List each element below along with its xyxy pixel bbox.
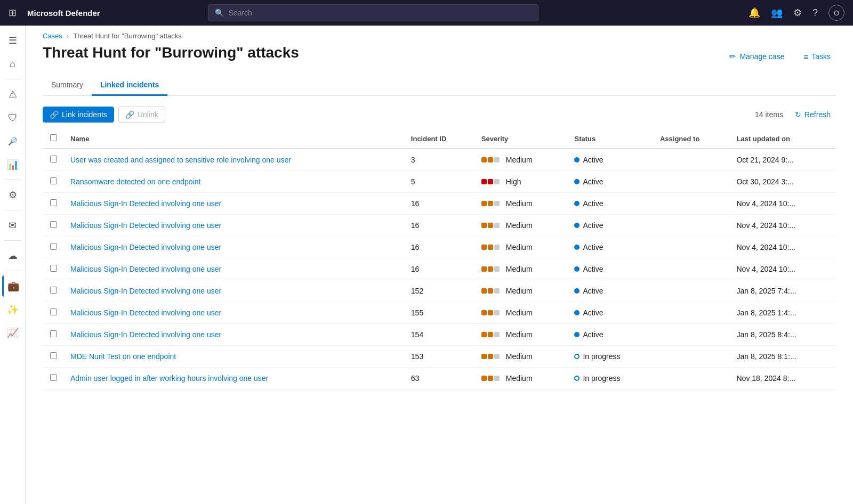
row-checkbox-cell[interactable] xyxy=(43,237,64,258)
settings2-icon: ⚙ xyxy=(9,189,17,201)
refresh-button[interactable]: ↻ Refresh xyxy=(790,107,836,122)
row-checkbox[interactable] xyxy=(50,265,57,272)
row-status: Active xyxy=(568,215,654,237)
row-checkbox-cell[interactable] xyxy=(43,280,64,302)
severity-dots xyxy=(481,288,500,294)
row-name[interactable]: User was created and assigned to sensiti… xyxy=(64,149,405,171)
table-row: Ransomware detected on one endpoint5High… xyxy=(43,171,836,193)
status-dot xyxy=(574,332,580,337)
chart-icon: 📈 xyxy=(7,327,19,339)
severity-label: Medium xyxy=(506,352,533,361)
notifications-icon[interactable]: 🔔 xyxy=(749,7,760,19)
row-checkbox[interactable] xyxy=(50,221,57,228)
sidebar-item-incidents[interactable]: ⚠ xyxy=(2,84,23,105)
search-box[interactable]: 🔍 xyxy=(208,4,538,21)
row-checkbox[interactable] xyxy=(50,352,57,359)
tasks-button[interactable]: ≡ Tasks xyxy=(798,49,836,64)
brand-label: Microsoft Defender xyxy=(27,9,100,18)
severity-dots xyxy=(481,179,500,184)
row-checkbox[interactable] xyxy=(50,308,57,315)
row-checkbox-cell[interactable] xyxy=(43,193,64,215)
breadcrumb-cases-link[interactable]: Cases xyxy=(43,32,62,40)
row-name[interactable]: Malicious Sign-In Detected involving one… xyxy=(64,193,405,215)
tab-linked-incidents[interactable]: Linked incidents xyxy=(92,75,167,96)
row-checkbox[interactable] xyxy=(50,243,57,250)
row-checkbox[interactable] xyxy=(50,287,57,294)
sidebar-item-home[interactable]: ⌂ xyxy=(2,53,23,75)
sidebar-item-cases[interactable]: 💼 xyxy=(2,275,23,297)
row-name[interactable]: Malicious Sign-In Detected involving one… xyxy=(64,215,405,237)
contacts-icon[interactable]: 👥 xyxy=(771,7,783,19)
row-incident-id: 16 xyxy=(405,237,475,258)
sidebar-item-menu[interactable]: ☰ xyxy=(2,30,23,51)
hunt-icon: 🔎 xyxy=(8,137,17,145)
col-name[interactable]: Name xyxy=(64,129,405,149)
sidebar-item-hunt[interactable]: 🔎 xyxy=(2,131,23,152)
row-name[interactable]: Malicious Sign-In Detected involving one… xyxy=(64,280,405,302)
sidebar-item-reports[interactable]: 📊 xyxy=(2,154,23,175)
table-row: Malicious Sign-In Detected involving one… xyxy=(43,215,836,237)
col-incident-id[interactable]: Incident ID xyxy=(405,129,475,149)
unlink-button[interactable]: 🔗 Unlink xyxy=(118,107,165,123)
col-assigned-to[interactable]: Assigned to xyxy=(654,129,730,149)
row-name[interactable]: Malicious Sign-In Detected involving one… xyxy=(64,302,405,324)
link-incidents-button[interactable]: 🔗 Link incidents xyxy=(43,107,114,123)
row-checkbox-cell[interactable] xyxy=(43,149,64,171)
topnav: ⊞ Microsoft Defender 🔍 🔔 👥 ⚙ ? O xyxy=(0,0,853,26)
search-input[interactable] xyxy=(228,9,532,17)
sidebar-item-chart[interactable]: 📈 xyxy=(2,322,23,344)
row-status: In progress xyxy=(568,346,654,368)
sidebar-item-cloud[interactable]: ☁ xyxy=(2,245,23,266)
row-checkbox-cell[interactable] xyxy=(43,346,64,368)
grid-icon[interactable]: ⊞ xyxy=(9,7,17,19)
row-checkbox[interactable] xyxy=(50,374,57,381)
breadcrumb-current: Threat Hunt for "Burrowing" attacks xyxy=(73,32,182,40)
table-row: Malicious Sign-In Detected involving one… xyxy=(43,193,836,215)
row-checkbox[interactable] xyxy=(50,156,57,162)
row-checkbox[interactable] xyxy=(50,177,57,184)
row-status: Active xyxy=(568,149,654,171)
row-last-updated: Nov 4, 2024 10:... xyxy=(730,258,836,280)
select-all-header[interactable] xyxy=(43,129,64,149)
row-status: Active xyxy=(568,258,654,280)
row-name[interactable]: Admin user logged in after working hours… xyxy=(64,368,405,389)
row-severity: High xyxy=(475,171,568,193)
row-checkbox-cell[interactable] xyxy=(43,258,64,280)
row-checkbox[interactable] xyxy=(50,199,57,206)
help-icon[interactable]: ? xyxy=(812,7,818,19)
row-checkbox-cell[interactable] xyxy=(43,171,64,193)
col-status[interactable]: Status xyxy=(568,129,654,149)
tabs: Summary Linked incidents xyxy=(43,75,836,96)
row-assigned-to xyxy=(654,368,730,389)
row-name[interactable]: MDE Nurit Test on one endpoint xyxy=(64,346,405,368)
row-incident-id: 155 xyxy=(405,302,475,324)
row-severity: Medium xyxy=(475,324,568,346)
sidebar-item-settings2[interactable]: ⚙ xyxy=(2,184,23,206)
row-checkbox[interactable] xyxy=(50,330,57,337)
row-name[interactable]: Ransomware detected on one endpoint xyxy=(64,171,405,193)
row-name[interactable]: Malicious Sign-In Detected involving one… xyxy=(64,258,405,280)
col-last-updated[interactable]: Last updated on xyxy=(730,129,836,149)
sidebar-item-shield[interactable]: 🛡 xyxy=(2,107,23,128)
status-label: Active xyxy=(583,243,603,251)
row-name[interactable]: Malicious Sign-In Detected involving one… xyxy=(64,324,405,346)
row-incident-id: 3 xyxy=(405,149,475,171)
sidebar-item-mail[interactable]: ✉ xyxy=(2,215,23,236)
settings-icon[interactable]: ⚙ xyxy=(793,7,802,19)
status-dot xyxy=(574,179,580,184)
row-checkbox-cell[interactable] xyxy=(43,368,64,389)
manage-case-button[interactable]: ✏ Manage case xyxy=(724,48,790,64)
tab-summary[interactable]: Summary xyxy=(43,75,92,96)
row-checkbox-cell[interactable] xyxy=(43,302,64,324)
row-name[interactable]: Malicious Sign-In Detected involving one… xyxy=(64,237,405,258)
col-severity[interactable]: Severity xyxy=(475,129,568,149)
row-checkbox-cell[interactable] xyxy=(43,324,64,346)
sidebar-item-wand[interactable]: ✨ xyxy=(2,299,23,320)
row-checkbox-cell[interactable] xyxy=(43,215,64,237)
row-assigned-to xyxy=(654,171,730,193)
row-assigned-to xyxy=(654,193,730,215)
select-all-checkbox[interactable] xyxy=(50,134,57,141)
mail-icon: ✉ xyxy=(9,220,17,231)
avatar[interactable]: O xyxy=(828,5,844,21)
topnav-icons: 🔔 👥 ⚙ ? O xyxy=(749,5,844,21)
